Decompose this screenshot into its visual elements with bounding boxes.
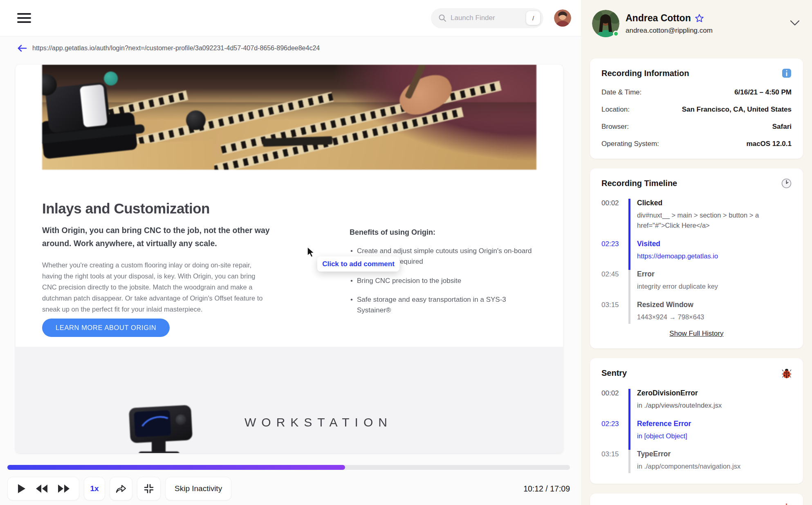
- timeline-event[interactable]: 02:23 Visited https://demoapp.getatlas.i…: [601, 240, 792, 270]
- skip-inactivity-button[interactable]: Skip Inactivity: [165, 477, 231, 501]
- search-bar[interactable]: /: [431, 8, 543, 28]
- workstation-section: WORKSTATION: [16, 347, 563, 453]
- show-full-history-link[interactable]: Show Full History: [669, 330, 723, 338]
- recording-viewport: Inlays and Customization With Origin, yo…: [16, 65, 563, 453]
- topbar: /: [0, 0, 581, 36]
- recording-info-card: Recording Information Date & Time: 6/16/…: [590, 58, 803, 159]
- workstation-wordmark: WORKSTATION: [244, 415, 393, 429]
- list-item: Bring CNC precision to the jobsite: [350, 276, 542, 286]
- recorded-page-content: Inlays and Customization With Origin, yo…: [16, 170, 563, 347]
- benefits-heading: Benefits of using Origin:: [350, 228, 435, 237]
- hero-image: [42, 65, 536, 170]
- menu-button[interactable]: [16, 11, 33, 25]
- timeline-event[interactable]: 00:02 Clicked div#nuxt__ > main > sectio…: [601, 199, 792, 240]
- progress-fill: [7, 465, 345, 470]
- session-replay-app: / https://app.getatlas.io/auth/login?nex…: [0, 0, 812, 505]
- player-controls: 1x Skip Inactivity 10:12 / 17:09: [7, 477, 570, 501]
- profile-header: Andrea Cotton andrea.cotton@rippling.com: [590, 6, 803, 41]
- robot-icon: [781, 503, 792, 505]
- pointer-cursor-icon: [307, 247, 317, 260]
- card-title: Recording Information: [601, 69, 689, 78]
- info-row: Browser: Safari: [601, 123, 792, 131]
- card-title: Sentry: [601, 368, 627, 378]
- workstation-device-graphic: [130, 406, 203, 453]
- player-pane: / https://app.getatlas.io/auth/login?nex…: [0, 0, 581, 505]
- online-status-dot: [613, 31, 619, 37]
- play-button[interactable]: [15, 482, 28, 496]
- sentry-event[interactable]: 00:02 ZeroDivisionError in ./app/views/r…: [601, 389, 792, 420]
- intro-body-paragraph: Whether you're creating a custom floorin…: [42, 260, 271, 314]
- collapse-view-button[interactable]: [137, 477, 161, 501]
- url-bar: https://app.getatlas.io/auth/login?next=…: [17, 44, 320, 52]
- comment-tooltip[interactable]: Click to add comment: [317, 256, 399, 272]
- search-input[interactable]: [451, 14, 522, 22]
- collapse-panel-button[interactable]: [787, 18, 802, 29]
- session-url: https://app.getatlas.io/auth/login?next=…: [32, 45, 320, 52]
- progress-bar[interactable]: [7, 465, 570, 470]
- search-icon: [438, 14, 446, 22]
- share-arrow-icon: [115, 484, 127, 494]
- page-title: Inlays and Customization: [42, 200, 210, 217]
- back-arrow-icon[interactable]: [17, 44, 27, 52]
- transport-controls: [7, 477, 79, 501]
- profile-email: andrea.cotton@rippling.com: [626, 27, 713, 35]
- intro-bold-paragraph: With Origin, you can bring CNC to the jo…: [42, 224, 287, 250]
- sentry-card: Sentry 00:02: [590, 358, 803, 484]
- timeline-event[interactable]: 02:45 Error integrity error duplicate ke…: [601, 270, 792, 301]
- details-sidebar: Andrea Cotton andrea.cotton@rippling.com…: [581, 0, 812, 505]
- timeline-card: Recording Timeline 00:02 Clicked div#nux…: [590, 168, 803, 348]
- rewind-button[interactable]: [34, 482, 50, 495]
- fast-forward-icon: [57, 484, 70, 494]
- ladybug-icon: [782, 368, 792, 379]
- info-row: Operating System: macOS 12.0.1: [601, 140, 792, 148]
- share-button[interactable]: [110, 477, 132, 501]
- console-card: Console: [590, 494, 803, 505]
- playback-speed-button[interactable]: 1x: [84, 477, 105, 501]
- star-icon[interactable]: [695, 13, 704, 23]
- fast-forward-button[interactable]: [56, 482, 72, 495]
- card-title: Recording Timeline: [601, 179, 677, 188]
- clock-icon: [781, 178, 792, 189]
- info-icon: [782, 68, 792, 78]
- cnc-router-graphic: [42, 65, 164, 170]
- rewind-icon: [35, 484, 48, 494]
- sentry-event[interactable]: 03:15 TypeError in ./app/components/navi…: [601, 450, 792, 473]
- playback-timecode: 10:12 / 17:09: [523, 484, 570, 494]
- list-item: Safe storage and easy transportation in …: [350, 294, 542, 316]
- timeline-event[interactable]: 03:15 Resized Window 1443×924 → 798×643: [601, 301, 792, 324]
- play-icon: [16, 483, 26, 494]
- slash-key: /: [526, 11, 540, 25]
- info-row: Location: San Francisco, CA, United Stat…: [601, 105, 792, 114]
- profile-name: Andrea Cotton: [626, 13, 691, 24]
- collapse-icon: [144, 483, 154, 494]
- comment-tooltip-label: Click to add comment: [322, 260, 395, 268]
- chevron-down-icon: [790, 20, 800, 26]
- profile-avatar: [592, 10, 619, 37]
- learn-more-button[interactable]: LEARN MORE ABOUT ORIGIN: [42, 319, 170, 337]
- info-row: Date & Time: 6/16/21 – 4:50 PM: [601, 88, 792, 97]
- user-avatar[interactable]: [554, 9, 571, 27]
- sentry-event[interactable]: 02:23 Reference Error in [object Object]: [601, 420, 792, 450]
